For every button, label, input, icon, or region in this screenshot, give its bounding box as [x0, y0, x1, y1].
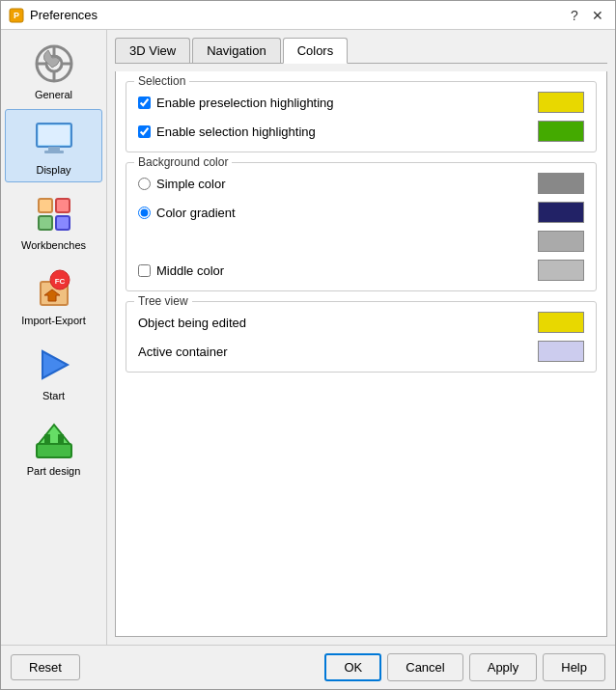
- svg-rect-13: [56, 199, 70, 212]
- active-container-label: Active container: [138, 345, 538, 359]
- middle-color-row: Middle color: [138, 260, 584, 281]
- close-button[interactable]: ✕: [588, 6, 607, 25]
- color-gradient-2-swatch[interactable]: [538, 231, 584, 252]
- right-panel: 3D View Navigation Colors Selection Enab…: [107, 30, 615, 645]
- tab-3d-view[interactable]: 3D View: [115, 38, 190, 63]
- simple-color-label[interactable]: Simple color: [156, 177, 538, 191]
- middle-color-swatch[interactable]: [538, 260, 584, 281]
- active-container-swatch[interactable]: [538, 341, 584, 362]
- sidebar-item-workbenches-label: Workbenches: [21, 239, 86, 251]
- svg-rect-14: [39, 216, 52, 230]
- color-gradient-swatch[interactable]: [538, 202, 584, 223]
- app-icon: P: [9, 8, 24, 23]
- part-design-icon: [31, 417, 77, 463]
- workbenches-icon: [31, 191, 77, 237]
- sidebar-item-start-label: Start: [42, 390, 65, 401]
- sidebar-item-start[interactable]: Start: [5, 335, 102, 408]
- preselection-checkbox[interactable]: [138, 97, 151, 109]
- color-gradient-row: Color gradient: [138, 202, 584, 223]
- section-selection: Selection Enable preselection highlighti…: [126, 81, 597, 152]
- object-edited-label: Object being edited: [138, 316, 538, 330]
- color-gradient-radio[interactable]: [138, 207, 151, 219]
- sidebar: General Display: [1, 30, 107, 645]
- middle-color-label[interactable]: Middle color: [156, 263, 538, 278]
- sidebar-item-display-label: Display: [36, 164, 70, 176]
- cancel-button[interactable]: Cancel: [387, 653, 462, 681]
- svg-marker-21: [39, 425, 70, 444]
- main-content: General Display: [1, 30, 615, 645]
- svg-rect-11: [39, 125, 70, 145]
- sidebar-item-import-export[interactable]: FC Import-Export: [5, 260, 102, 333]
- preselection-row: Enable preselection highlighting: [138, 92, 584, 113]
- tab-content-colors: Selection Enable preselection highlighti…: [115, 71, 607, 637]
- preselection-label[interactable]: Enable preselection highlighting: [156, 96, 538, 110]
- simple-color-radio[interactable]: [138, 178, 151, 190]
- sidebar-item-part-design-label: Part design: [27, 465, 81, 477]
- simple-color-row: Simple color: [138, 173, 584, 194]
- svg-rect-20: [37, 444, 71, 457]
- import-export-icon: FC: [31, 266, 77, 313]
- simple-color-swatch[interactable]: [538, 173, 584, 194]
- bottom-right-buttons: OK Cancel Apply Help: [324, 653, 605, 681]
- bottom-bar: Reset OK Cancel Apply Help: [1, 645, 615, 689]
- general-icon: [31, 41, 77, 87]
- help-footer-button[interactable]: Help: [543, 653, 605, 681]
- selection-row: Enable selection highlighting: [138, 121, 584, 142]
- svg-rect-15: [56, 216, 70, 230]
- sidebar-item-part-design[interactable]: Part design: [5, 410, 102, 483]
- color-gradient-2-row: [138, 231, 584, 252]
- svg-rect-9: [48, 147, 60, 151]
- sidebar-item-general[interactable]: General: [5, 34, 102, 107]
- display-icon: [31, 116, 77, 162]
- start-icon: [31, 342, 77, 388]
- sidebar-item-display[interactable]: Display: [5, 109, 102, 182]
- section-background: Background color Simple color Color grad…: [126, 162, 597, 291]
- title-bar: P Preferences ? ✕: [1, 1, 615, 30]
- window-title: Preferences: [30, 8, 565, 22]
- selection-label[interactable]: Enable selection highlighting: [156, 124, 538, 139]
- object-edited-row: Object being edited: [138, 312, 584, 333]
- color-gradient-label[interactable]: Color gradient: [156, 206, 538, 220]
- active-container-row: Active container: [138, 341, 584, 362]
- tab-navigation[interactable]: Navigation: [192, 38, 280, 63]
- sidebar-item-workbenches[interactable]: Workbenches: [5, 184, 102, 258]
- object-edited-swatch[interactable]: [538, 312, 584, 333]
- ok-button[interactable]: OK: [324, 653, 381, 681]
- tab-colors[interactable]: Colors: [283, 38, 349, 64]
- svg-rect-22: [44, 434, 50, 444]
- sidebar-item-import-export-label: Import-Export: [21, 315, 86, 326]
- preselection-color-swatch[interactable]: [538, 92, 584, 113]
- reset-button[interactable]: Reset: [11, 654, 80, 680]
- tabs: 3D View Navigation Colors: [115, 38, 607, 64]
- middle-color-checkbox[interactable]: [138, 264, 151, 277]
- svg-rect-12: [39, 199, 52, 212]
- section-selection-title: Selection: [134, 74, 189, 88]
- title-bar-controls: ? ✕: [565, 6, 607, 25]
- svg-rect-23: [58, 434, 64, 444]
- sidebar-item-general-label: General: [35, 89, 72, 100]
- svg-rect-10: [44, 151, 64, 153]
- section-background-title: Background color: [134, 155, 232, 169]
- svg-marker-19: [42, 351, 68, 378]
- apply-button[interactable]: Apply: [469, 653, 538, 681]
- svg-text:FC: FC: [54, 277, 65, 286]
- help-button[interactable]: ?: [565, 6, 584, 25]
- preferences-window: P Preferences ? ✕: [0, 0, 616, 690]
- svg-text:P: P: [14, 11, 19, 20]
- selection-color-swatch[interactable]: [538, 121, 584, 142]
- section-treeview-title: Tree view: [134, 294, 192, 308]
- section-treeview: Tree view Object being edited Active con…: [126, 301, 597, 373]
- selection-checkbox[interactable]: [138, 125, 151, 138]
